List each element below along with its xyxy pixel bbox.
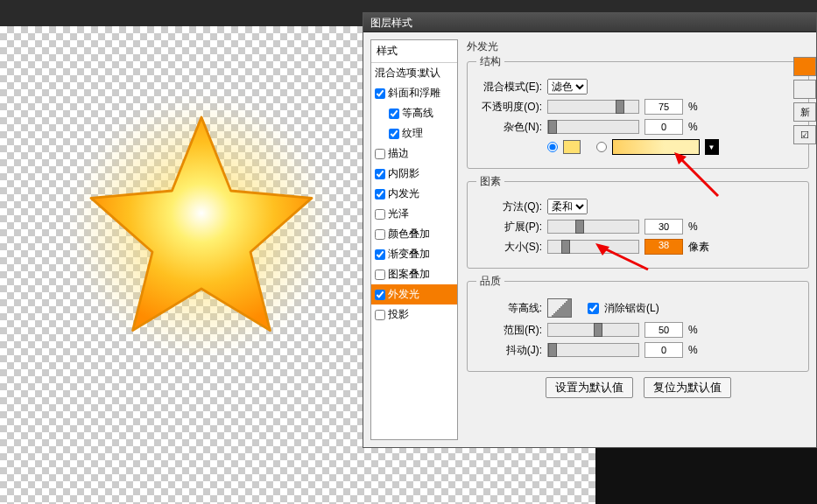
glow-gradient-swatch[interactable] [612, 139, 700, 155]
quality-legend: 品质 [476, 274, 504, 289]
jitter-unit: % [688, 344, 713, 356]
contour-label: 等高线: [476, 301, 542, 316]
chk-satin[interactable] [375, 209, 385, 220]
canvas-star-layer [61, 88, 342, 368]
quality-group: 品质 等高线: 消除锯齿(L) 范围(R): % [467, 274, 809, 372]
opacity-label: 不透明度(O): [476, 100, 542, 115]
style-inner-shadow[interactable]: 内阴影 [371, 164, 457, 184]
style-inner-glow[interactable]: 内发光 [371, 184, 457, 204]
style-satin[interactable]: 光泽 [371, 204, 457, 224]
blend-options-row[interactable]: 混合选项:默认 [371, 63, 457, 83]
contour-swatch[interactable] [547, 298, 572, 318]
antialias-checkbox[interactable] [588, 303, 599, 314]
outer-glow-group: 外发光 结构 混合模式(E): 滤色 不透明度(O): % 杂色(N): [467, 39, 809, 398]
reset-default-button[interactable]: 复位为默认值 [644, 377, 731, 398]
chk-contour[interactable] [389, 108, 399, 119]
opacity-unit: % [688, 101, 713, 113]
styles-list-panel: 样式 混合选项:默认 斜面和浮雕 等高线 纹理 描边 内阴影 内发光 光泽 颜色… [370, 39, 458, 440]
style-stroke[interactable]: 描边 [371, 144, 457, 164]
dialog-title: 图层样式 [370, 17, 412, 29]
size-label: 大小(S): [476, 240, 542, 255]
range-input[interactable] [644, 322, 683, 338]
blend-mode-select[interactable]: 滤色 [547, 79, 588, 94]
gradient-dropdown-icon[interactable]: ▼ [705, 139, 719, 155]
elements-legend: 图素 [476, 174, 504, 189]
spread-slider[interactable] [547, 220, 639, 234]
style-drop-shadow[interactable]: 投影 [371, 304, 457, 325]
style-pattern-overlay[interactable]: 图案叠加 [371, 264, 457, 284]
chk-inner-shadow[interactable] [375, 169, 385, 179]
dialog-titlebar[interactable]: 图层样式 [363, 13, 816, 32]
chk-drop-shadow[interactable] [375, 310, 385, 320]
range-label: 范围(R): [476, 323, 542, 338]
style-bevel-emboss[interactable]: 斜面和浮雕 [371, 83, 457, 103]
size-input[interactable]: 38 [644, 239, 683, 255]
star-shape [79, 105, 324, 350]
chk-gradient-overlay[interactable] [375, 249, 385, 260]
settings-panel: 外发光 结构 混合模式(E): 滤色 不透明度(O): % 杂色(N): [458, 32, 816, 447]
style-texture[interactable]: 纹理 [371, 123, 457, 144]
spread-input[interactable] [644, 219, 683, 234]
size-slider[interactable] [547, 240, 639, 254]
noise-input[interactable] [644, 119, 683, 135]
jitter-label: 抖动(J): [476, 343, 542, 358]
chk-bevel[interactable] [375, 88, 385, 99]
opacity-slider[interactable] [547, 100, 639, 114]
outer-glow-title: 外发光 [467, 39, 498, 54]
technique-select[interactable]: 柔和 [547, 199, 588, 214]
chk-color-overlay[interactable] [375, 229, 385, 240]
chk-stroke[interactable] [375, 149, 385, 159]
range-slider[interactable] [547, 323, 639, 337]
noise-unit: % [688, 121, 713, 133]
cancel-button[interactable] [793, 80, 816, 99]
ok-button[interactable] [793, 57, 816, 76]
range-unit: % [688, 324, 713, 336]
app-bottom-panel [595, 446, 817, 504]
chk-outer-glow[interactable] [375, 290, 385, 300]
new-style-button[interactable]: 新 [793, 102, 816, 122]
styles-header[interactable]: 样式 [371, 40, 457, 63]
antialias-label: 消除锯齿(L) [604, 301, 659, 316]
structure-legend: 结构 [476, 54, 504, 69]
layer-style-dialog: 图层样式 样式 混合选项:默认 斜面和浮雕 等高线 纹理 描边 内阴影 内发光 … [363, 12, 817, 448]
structure-group: 结构 混合模式(E): 滤色 不透明度(O): % 杂色(N): [467, 54, 809, 169]
style-contour[interactable]: 等高线 [371, 103, 457, 123]
noise-label: 杂色(N): [476, 120, 542, 135]
elements-group: 图素 方法(Q): 柔和 扩展(P): % 大小(S): 38 [467, 174, 809, 269]
glow-gradient-radio[interactable] [596, 142, 607, 152]
chk-texture[interactable] [389, 129, 399, 139]
jitter-slider[interactable] [547, 343, 639, 357]
dialog-right-buttons: 新 ☑ [793, 57, 816, 148]
chk-pattern-overlay[interactable] [375, 270, 385, 280]
make-default-button[interactable]: 设置为默认值 [546, 377, 633, 398]
glow-color-swatch[interactable] [563, 140, 581, 154]
opacity-input[interactable] [644, 99, 683, 115]
preview-checkbox[interactable]: ☑ [793, 125, 816, 144]
size-unit: 像素 [688, 240, 713, 255]
technique-label: 方法(Q): [476, 200, 542, 214]
glow-color-radio[interactable] [547, 142, 558, 152]
style-gradient-overlay[interactable]: 渐变叠加 [371, 244, 457, 264]
noise-slider[interactable] [547, 120, 639, 134]
style-color-overlay[interactable]: 颜色叠加 [371, 224, 457, 244]
spread-label: 扩展(P): [476, 220, 542, 234]
jitter-input[interactable] [644, 342, 683, 358]
style-outer-glow[interactable]: 外发光 [371, 284, 457, 304]
blend-mode-label: 混合模式(E): [476, 80, 542, 94]
spread-unit: % [688, 220, 713, 233]
chk-inner-glow[interactable] [375, 189, 385, 200]
